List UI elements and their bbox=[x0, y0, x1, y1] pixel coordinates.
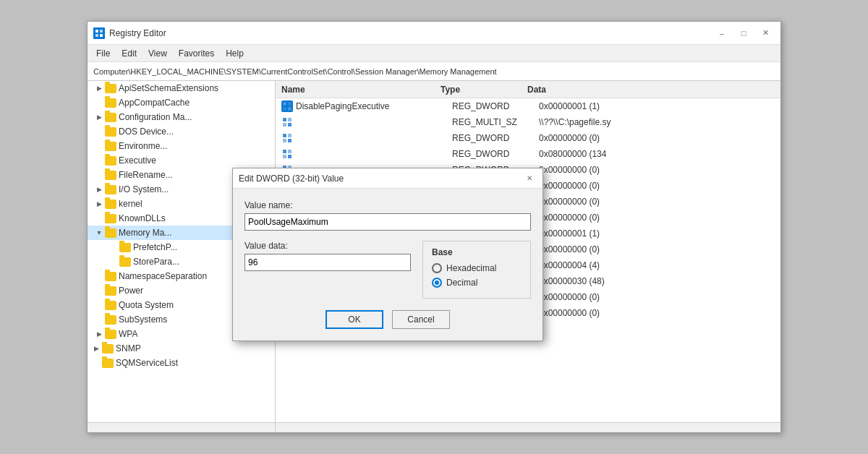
tree-label: ApiSetSchemaExtensions bbox=[119, 83, 218, 93]
svg-rect-7 bbox=[288, 107, 292, 111]
svg-rect-2 bbox=[95, 34, 98, 37]
tree-item[interactable]: SQMServiceList bbox=[88, 356, 275, 370]
tree-arrow: ▶ bbox=[93, 82, 105, 94]
menu-favorites[interactable]: Favorites bbox=[173, 47, 220, 60]
folder-icon bbox=[119, 243, 131, 252]
folder-icon bbox=[105, 127, 116, 137]
title-bar: Registry Editor – □ ✕ bbox=[88, 22, 780, 45]
tree-item[interactable]: DOS Device... bbox=[88, 124, 275, 139]
col-data-header: Data bbox=[527, 85, 775, 95]
tree-arrow bbox=[93, 155, 105, 166]
tree-arrow bbox=[93, 213, 105, 224]
folder-icon bbox=[105, 286, 116, 296]
detail-type: REG_DWORD bbox=[452, 133, 539, 143]
hexadecimal-radio[interactable]: Hexadecimal bbox=[432, 263, 522, 273]
address-text: Computer\HKEY_LOCAL_MACHINE\SYSTEM\Curre… bbox=[93, 67, 497, 76]
detail-data: 0x00000004 (4) bbox=[539, 260, 775, 270]
svg-rect-15 bbox=[288, 139, 292, 142]
svg-rect-10 bbox=[283, 123, 286, 127]
tree-label: Configuration Ma... bbox=[119, 112, 192, 122]
tree-item[interactable]: ▶ ApiSetSchemaExtensions bbox=[88, 81, 275, 95]
folder-icon bbox=[105, 228, 116, 238]
detail-row[interactable]: REG_DWORD 0x00000000 (0) bbox=[276, 130, 780, 146]
tree-item[interactable]: ▶ Configuration Ma... bbox=[88, 110, 275, 124]
folder-icon bbox=[105, 200, 116, 209]
tree-label: SQMServiceList bbox=[116, 358, 178, 368]
tree-item[interactable]: AppCompatCache bbox=[88, 95, 275, 110]
svg-rect-17 bbox=[288, 150, 292, 153]
app-icon bbox=[93, 27, 105, 39]
dialog-body: Value name: Value data: Base Hexadecimal bbox=[233, 189, 542, 340]
menu-help[interactable]: Help bbox=[220, 47, 250, 60]
dec-radio-circle bbox=[432, 278, 442, 288]
radio-dot bbox=[435, 280, 439, 285]
svg-rect-9 bbox=[288, 118, 292, 121]
tree-label: StorePara... bbox=[133, 257, 179, 267]
svg-rect-4 bbox=[283, 102, 286, 106]
tree-label: Power bbox=[119, 286, 143, 296]
svg-rect-19 bbox=[288, 155, 292, 158]
folder-icon bbox=[105, 142, 116, 151]
reg-icon bbox=[281, 132, 293, 144]
tree-arrow bbox=[93, 285, 105, 296]
detail-row[interactable]: REG_MULTI_SZ \\??\\C:\pagefile.sy bbox=[276, 114, 780, 130]
tree-arrow bbox=[93, 97, 105, 108]
svg-rect-14 bbox=[283, 139, 286, 142]
bottom-scrollbar bbox=[88, 422, 780, 432]
tree-arrow bbox=[90, 357, 102, 369]
value-data-input[interactable] bbox=[244, 254, 411, 271]
dialog-title-text: Edit DWORD (32-bit) Value bbox=[239, 174, 344, 184]
tree-arrow bbox=[93, 169, 105, 181]
tree-arrow bbox=[108, 256, 119, 267]
window-title: Registry Editor bbox=[109, 28, 166, 38]
tree-arrow bbox=[93, 126, 105, 137]
detail-data: 0x00000030 (48) bbox=[539, 276, 775, 286]
svg-rect-5 bbox=[288, 102, 292, 106]
dialog-title-bar: Edit DWORD (32-bit) Value ✕ bbox=[233, 168, 542, 189]
detail-type: REG_DWORD bbox=[452, 101, 539, 111]
tree-item[interactable]: Environme... bbox=[88, 139, 275, 153]
detail-hscroll[interactable] bbox=[276, 423, 780, 432]
detail-data: 0x00000000 (0) bbox=[539, 181, 775, 191]
ok-button[interactable]: OK bbox=[326, 310, 383, 329]
tree-hscroll[interactable] bbox=[88, 423, 276, 432]
folder-icon bbox=[105, 84, 116, 93]
decimal-radio[interactable]: Decimal bbox=[432, 278, 522, 288]
base-panel: Base Hexadecimal Decimal bbox=[422, 241, 531, 299]
svg-rect-12 bbox=[283, 134, 286, 137]
svg-rect-1 bbox=[100, 30, 103, 33]
detail-row[interactable]: DisablePagingExecutive REG_DWORD 0x00000… bbox=[276, 98, 780, 114]
maximize-button[interactable]: □ bbox=[734, 26, 753, 40]
tree-label: NamespaceSeparation bbox=[119, 271, 207, 281]
form-left: Value data: bbox=[244, 241, 411, 271]
tree-item[interactable]: Executive bbox=[88, 153, 275, 168]
tree-label: WPA bbox=[119, 329, 137, 339]
minimize-button[interactable]: – bbox=[712, 26, 731, 40]
detail-type: REG_DWORD bbox=[452, 149, 539, 159]
tree-label: I/O System... bbox=[119, 184, 169, 194]
detail-data: 0x00000000 (0) bbox=[539, 213, 775, 223]
menu-edit[interactable]: Edit bbox=[116, 47, 142, 60]
close-button[interactable]: ✕ bbox=[756, 26, 775, 40]
svg-rect-8 bbox=[283, 118, 286, 121]
tree-item[interactable]: ▶ SNMP bbox=[88, 341, 275, 356]
dialog-buttons: OK Cancel bbox=[244, 310, 531, 329]
menu-file[interactable]: File bbox=[90, 47, 116, 60]
tree-arrow bbox=[93, 270, 105, 282]
detail-data: 0x00000000 (0) bbox=[539, 165, 775, 175]
detail-row[interactable]: REG_DWORD 0x08000000 (134 bbox=[276, 146, 780, 162]
svg-rect-3 bbox=[100, 34, 103, 37]
detail-data: 0x00000001 (1) bbox=[539, 228, 775, 239]
dialog-close-button[interactable]: ✕ bbox=[522, 172, 537, 185]
tree-label: KnownDLLs bbox=[119, 213, 166, 223]
value-name-label: Value name: bbox=[244, 200, 531, 210]
cancel-button[interactable]: Cancel bbox=[392, 310, 450, 329]
col-name-header: Name bbox=[281, 85, 441, 95]
tree-arrow: ▼ bbox=[93, 227, 105, 239]
detail-data: 0x00000000 (0) bbox=[539, 308, 775, 318]
value-name-input[interactable] bbox=[244, 213, 531, 231]
menu-view[interactable]: View bbox=[142, 47, 173, 60]
tree-label: PrefetchP... bbox=[133, 242, 177, 252]
folder-icon bbox=[105, 185, 116, 194]
folder-icon bbox=[105, 315, 116, 325]
